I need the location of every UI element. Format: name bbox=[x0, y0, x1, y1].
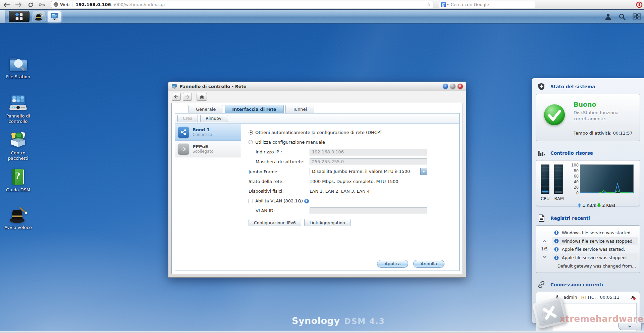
bookmark-star-icon[interactable]: ☆ bbox=[427, 2, 431, 7]
tab-general[interactable]: Generale bbox=[189, 105, 223, 113]
physical-devices-value: LAN 1, LAN 2, LAN 3, LAN 4 bbox=[310, 189, 370, 194]
log-row[interactable]: Default gateway was changed from... bbox=[552, 262, 638, 270]
network-speed-legend: 1 KB/s 2 KB/s bbox=[578, 203, 638, 208]
bottom-edge-strip bbox=[0, 331, 644, 333]
window-help-button[interactable]: ? bbox=[443, 84, 448, 89]
graph-plot-area bbox=[580, 164, 634, 193]
interface-settings-form: Ottieni automaticamente la configurazion… bbox=[241, 124, 459, 271]
logs-pager: 1/5 bbox=[536, 226, 552, 273]
search-icon[interactable] bbox=[619, 13, 626, 20]
desktop-icon-label: Guida DSM bbox=[1, 187, 36, 193]
tab-tunnel[interactable]: Tunnel bbox=[285, 105, 314, 113]
enable-vlan-checkbox[interactable] bbox=[249, 199, 253, 203]
dhcp-radio[interactable] bbox=[249, 130, 253, 135]
info-icon bbox=[554, 255, 559, 260]
log-text: Windows file service was started. bbox=[562, 230, 632, 235]
remove-button[interactable]: Rimuovi bbox=[200, 115, 228, 122]
user-menu-icon[interactable] bbox=[604, 13, 612, 20]
bar-chart-icon bbox=[537, 149, 545, 157]
download-speed: 2 KB/s bbox=[602, 203, 615, 208]
package-center-icon bbox=[8, 131, 28, 149]
cancel-button[interactable]: Annulla bbox=[413, 260, 444, 268]
dsm-help-icon: ? bbox=[8, 168, 28, 186]
url-text[interactable]: 192.168.0.106:5000/webman/index.cgi bbox=[75, 2, 165, 7]
manual-config-radio[interactable] bbox=[249, 140, 253, 144]
ipv6-setup-button[interactable]: Configurazione IPv6 bbox=[249, 219, 301, 226]
subnet-mask-label: Maschera di sottorete: bbox=[249, 159, 310, 164]
vlan-info-icon[interactable]: i bbox=[304, 199, 309, 203]
jumbo-frame-selected-value: Disabilita Jumbo Frame, il valore MTU è … bbox=[310, 169, 418, 174]
nav-back-button[interactable] bbox=[172, 93, 181, 101]
site-identity-label: Web bbox=[60, 2, 69, 7]
recent-logs-header: Registri recenti bbox=[532, 210, 644, 225]
vlan-id-label: VLAN ID: bbox=[249, 208, 310, 213]
taskbar-control-panel-button[interactable] bbox=[48, 11, 61, 22]
ram-label: RAM bbox=[554, 196, 564, 201]
browser-key-icon[interactable] bbox=[38, 1, 46, 9]
dsm-taskbar bbox=[0, 9, 644, 23]
nav-home-button[interactable] bbox=[197, 93, 207, 101]
main-menu-button[interactable] bbox=[9, 11, 30, 22]
control-panel-desktop-icon bbox=[8, 94, 28, 112]
jumbo-frame-select[interactable]: Disabilita Jumbo Frame, il valore MTU è … bbox=[310, 168, 427, 175]
browser-reload-button[interactable] bbox=[26, 1, 35, 9]
upload-speed: 1 KB/s bbox=[583, 203, 596, 208]
window-title: Pannello di controllo - Rete bbox=[179, 84, 247, 89]
disconnect-icon[interactable] bbox=[630, 294, 636, 300]
taskbar-quick-start-button[interactable] bbox=[32, 11, 46, 22]
extension-icon[interactable] bbox=[636, 1, 643, 8]
desktop-icon-label: File Station bbox=[1, 74, 36, 80]
browser-forward-button[interactable] bbox=[14, 1, 23, 9]
desktop-icon-file-station[interactable]: File Station bbox=[1, 55, 36, 80]
log-row[interactable]: Windows file service was started. bbox=[552, 229, 638, 237]
pager-up-button[interactable] bbox=[542, 240, 547, 244]
tab-network-interface[interactable]: Interfaccia di rete bbox=[225, 105, 284, 113]
widgets-panel-icon[interactable] bbox=[633, 13, 641, 20]
interface-item-bond1[interactable]: Bond 1 Connesso bbox=[175, 124, 241, 141]
log-row[interactable]: Apple file service was started. bbox=[552, 245, 638, 254]
browser-back-button[interactable] bbox=[2, 1, 11, 9]
desktop-icon-quick-start[interactable]: Avvio veloce bbox=[1, 205, 36, 230]
log-row[interactable]: Apple file service was stopped. bbox=[552, 253, 638, 262]
subnet-mask-field bbox=[310, 158, 427, 165]
resource-monitor-box[interactable]: CPU RAM 100806040200 1 KB/s 2 KB/s bbox=[536, 160, 640, 206]
system-status-value: Buono bbox=[574, 101, 596, 108]
pager-down-button[interactable] bbox=[542, 254, 547, 258]
url-host: 192.168.0.106 bbox=[75, 2, 111, 7]
bond-interface-icon bbox=[178, 127, 189, 138]
dsm-watermark: Synology DSM 4.3 bbox=[292, 316, 385, 326]
window-title-icon bbox=[171, 84, 177, 89]
window-close-button[interactable]: ✕ bbox=[458, 84, 463, 89]
widget-panel-collapse-tab[interactable] bbox=[618, 323, 642, 330]
search-input[interactable] bbox=[450, 2, 533, 7]
current-connections-header: Connessioni correnti bbox=[532, 276, 644, 291]
desktop-icon-package-center[interactable]: Centro pacchetti bbox=[1, 131, 36, 161]
pager-page-indicator: 1/5 bbox=[541, 247, 547, 251]
show-desktop-button[interactable] bbox=[0, 10, 5, 23]
network-status-value: 1000 Mbps, Duplex completo, MTU 1500 bbox=[310, 179, 398, 184]
chevron-down-icon bbox=[422, 171, 425, 174]
connection-row[interactable]: admin HTTP... 00:05:11 bbox=[555, 294, 636, 300]
control-panel-content: Generale Interfaccia di rete Tunnel Crea… bbox=[171, 103, 463, 274]
desktop-icon-dsm-help[interactable]: ? Guida DSM bbox=[1, 168, 36, 193]
log-row[interactable]: Windows file service was stopped. bbox=[552, 237, 638, 245]
interface-status: Scollegato bbox=[193, 149, 214, 154]
link-aggregation-button[interactable]: Link Aggregation bbox=[304, 219, 351, 226]
info-icon bbox=[554, 239, 559, 243]
download-arrow-icon bbox=[597, 203, 601, 207]
select-dropdown-button[interactable] bbox=[420, 168, 427, 175]
document-icon bbox=[537, 214, 545, 222]
network-graph: 100806040200 bbox=[571, 164, 634, 201]
main-menu-icon bbox=[14, 12, 24, 21]
search-engine-caret-icon[interactable]: ▾ bbox=[447, 3, 449, 6]
google-icon[interactable]: g bbox=[441, 2, 446, 7]
site-identity-chip[interactable]: Web bbox=[53, 2, 72, 7]
apply-button[interactable]: Applica bbox=[377, 260, 408, 268]
desktop-icon-control-panel[interactable]: Pannello di controllo bbox=[1, 94, 36, 125]
info-icon bbox=[554, 230, 559, 235]
browser-search-box[interactable]: g ▾ bbox=[439, 1, 535, 8]
window-minimize-button[interactable] bbox=[450, 84, 455, 89]
interface-item-pppoe[interactable]: PPPoE Scollegato bbox=[175, 141, 241, 157]
window-titlebar[interactable]: Pannello di controllo - Rete ? ✕ bbox=[168, 82, 466, 91]
browser-address-bar[interactable]: Web 192.168.0.106:5000/webman/index.cgi … bbox=[51, 1, 433, 8]
